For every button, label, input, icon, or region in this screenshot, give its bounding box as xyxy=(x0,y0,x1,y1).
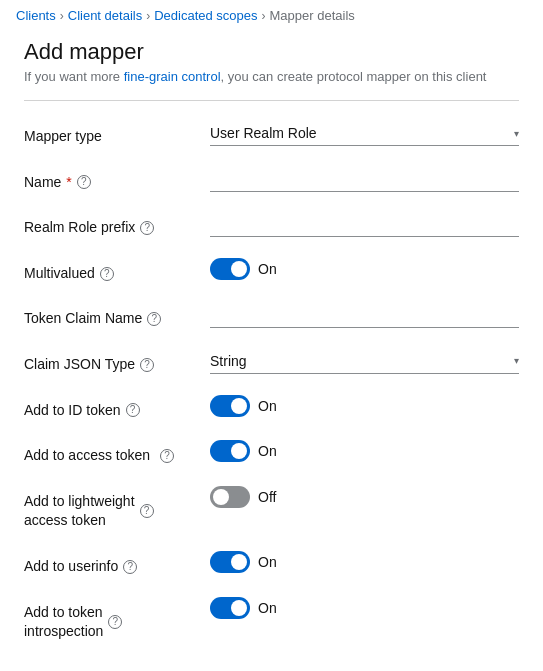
name-row: Name * ? xyxy=(24,167,519,193)
multivalued-state-label: On xyxy=(258,261,277,277)
breadcrumb-dedicated-scopes[interactable]: Dedicated scopes xyxy=(154,8,257,23)
token-claim-name-label: Token Claim Name ? xyxy=(24,303,194,329)
claim-json-type-control[interactable]: String ▾ xyxy=(210,349,519,374)
add-to-userinfo-toggle-row: On xyxy=(210,551,519,573)
realm-role-prefix-control[interactable] xyxy=(210,212,519,237)
breadcrumb-sep-2: › xyxy=(146,9,150,23)
add-to-access-token-toggle-row: On xyxy=(210,440,519,462)
add-to-lightweight-access-token-label: Add to lightweightaccess token ? xyxy=(24,486,194,531)
add-to-lightweight-access-token-help-icon[interactable]: ? xyxy=(140,504,154,518)
add-to-id-token-help-icon[interactable]: ? xyxy=(126,403,140,417)
add-to-userinfo-label: Add to userinfo ? xyxy=(24,551,194,577)
claim-json-type-label: Claim JSON Type ? xyxy=(24,349,194,375)
add-to-token-introspection-toggle-row: On xyxy=(210,597,519,619)
add-to-lightweight-access-token-row: Add to lightweightaccess token ? Off xyxy=(24,486,519,531)
add-to-access-token-label: Add to access token ? xyxy=(24,440,194,466)
add-to-id-token-control: On xyxy=(210,395,519,417)
subtitle-end: , you can create protocol mapper on this… xyxy=(221,69,487,84)
multivalued-slider xyxy=(210,258,250,280)
multivalued-toggle[interactable] xyxy=(210,258,250,280)
breadcrumb-client-details[interactable]: Client details xyxy=(68,8,142,23)
token-claim-name-help-icon[interactable]: ? xyxy=(147,312,161,326)
add-to-userinfo-row: Add to userinfo ? On xyxy=(24,551,519,577)
add-to-lightweight-access-token-control: Off xyxy=(210,486,519,508)
page-subtitle: If you want more fine-grain control, you… xyxy=(24,69,519,84)
mapper-type-chevron: ▾ xyxy=(514,128,519,139)
token-claim-name-input[interactable] xyxy=(210,303,519,328)
add-to-access-token-control: On xyxy=(210,440,519,462)
add-to-access-token-state-label: On xyxy=(258,443,277,459)
realm-role-prefix-row: Realm Role prefix ? xyxy=(24,212,519,238)
name-label: Name * ? xyxy=(24,167,194,193)
realm-role-prefix-label: Realm Role prefix ? xyxy=(24,212,194,238)
add-to-lightweight-access-token-slider xyxy=(210,486,250,508)
breadcrumb: Clients › Client details › Dedicated sco… xyxy=(0,0,543,31)
add-to-token-introspection-label: Add to tokenintrospection ? xyxy=(24,597,194,642)
add-to-lightweight-access-token-toggle-row: Off xyxy=(210,486,519,508)
multivalued-help-icon[interactable]: ? xyxy=(100,267,114,281)
add-to-userinfo-toggle[interactable] xyxy=(210,551,250,573)
add-to-token-introspection-toggle[interactable] xyxy=(210,597,250,619)
breadcrumb-mapper-details: Mapper details xyxy=(270,8,355,23)
add-to-token-introspection-row: Add to tokenintrospection ? On xyxy=(24,597,519,642)
add-to-token-introspection-control: On xyxy=(210,597,519,619)
name-input[interactable] xyxy=(210,167,519,192)
breadcrumb-sep-3: › xyxy=(262,9,266,23)
mapper-type-value: User Realm Role xyxy=(210,125,317,141)
multivalued-control: On xyxy=(210,258,519,280)
mapper-type-control[interactable]: User Realm Role ▾ xyxy=(210,121,519,146)
claim-json-type-help-icon[interactable]: ? xyxy=(140,358,154,372)
add-to-access-token-slider xyxy=(210,440,250,462)
token-claim-name-row: Token Claim Name ? xyxy=(24,303,519,329)
add-to-id-token-row: Add to ID token ? On xyxy=(24,395,519,421)
add-to-id-token-toggle[interactable] xyxy=(210,395,250,417)
add-to-id-token-label: Add to ID token ? xyxy=(24,395,194,421)
subtitle-plain: If you want more xyxy=(24,69,124,84)
add-to-access-token-toggle[interactable] xyxy=(210,440,250,462)
claim-json-type-chevron: ▾ xyxy=(514,355,519,366)
token-claim-name-control[interactable] xyxy=(210,303,519,328)
name-required-indicator: * xyxy=(66,173,71,193)
claim-json-type-row: Claim JSON Type ? String ▾ xyxy=(24,349,519,375)
add-to-token-introspection-slider xyxy=(210,597,250,619)
realm-role-prefix-input[interactable] xyxy=(210,212,519,237)
add-to-id-token-slider xyxy=(210,395,250,417)
add-to-token-introspection-state-label: On xyxy=(258,600,277,616)
add-to-lightweight-access-token-toggle[interactable] xyxy=(210,486,250,508)
add-to-userinfo-help-icon[interactable]: ? xyxy=(123,560,137,574)
add-to-userinfo-slider xyxy=(210,551,250,573)
section-divider xyxy=(24,100,519,101)
add-to-lightweight-access-token-state-label: Off xyxy=(258,489,276,505)
add-to-access-token-row: Add to access token ? On xyxy=(24,440,519,466)
add-to-access-token-help-icon[interactable]: ? xyxy=(160,449,174,463)
name-help-icon[interactable]: ? xyxy=(77,175,91,189)
add-to-userinfo-control: On xyxy=(210,551,519,573)
realm-role-prefix-help-icon[interactable]: ? xyxy=(140,221,154,235)
multivalued-label: Multivalued ? xyxy=(24,258,194,284)
claim-json-type-select[interactable]: String ▾ xyxy=(210,349,519,374)
add-to-id-token-state-label: On xyxy=(258,398,277,414)
add-to-token-introspection-help-icon[interactable]: ? xyxy=(108,615,122,629)
mapper-type-label: Mapper type xyxy=(24,121,194,147)
claim-json-type-value: String xyxy=(210,353,247,369)
name-control[interactable] xyxy=(210,167,519,192)
mapper-type-row: Mapper type User Realm Role ▾ xyxy=(24,121,519,147)
breadcrumb-clients[interactable]: Clients xyxy=(16,8,56,23)
add-to-id-token-toggle-row: On xyxy=(210,395,519,417)
multivalued-toggle-row: On xyxy=(210,258,519,280)
multivalued-row: Multivalued ? On xyxy=(24,258,519,284)
breadcrumb-sep-1: › xyxy=(60,9,64,23)
add-to-userinfo-state-label: On xyxy=(258,554,277,570)
mapper-type-select[interactable]: User Realm Role ▾ xyxy=(210,121,519,146)
page-title: Add mapper xyxy=(24,39,519,65)
subtitle-link[interactable]: fine-grain control xyxy=(124,69,221,84)
